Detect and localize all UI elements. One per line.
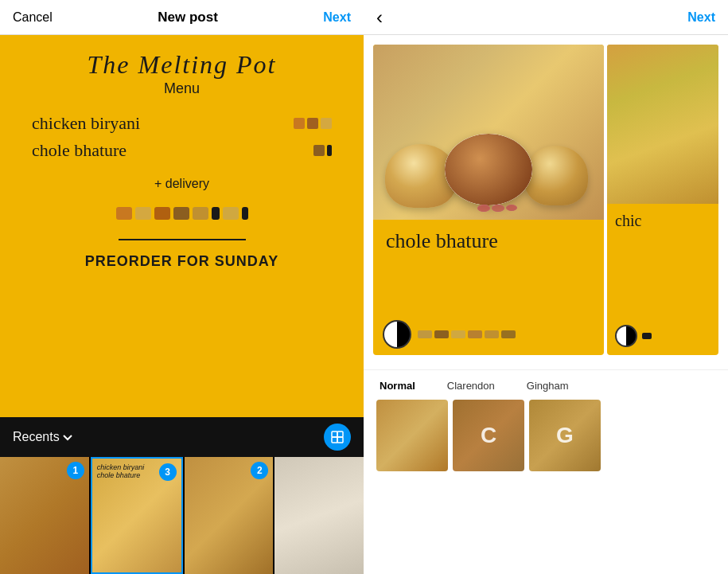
left-panel: Cancel New post Next The Melting Pot Men… (0, 0, 364, 574)
side-color-dot (642, 333, 652, 339)
right-header: ‹ Next (364, 0, 728, 35)
color-swatch (212, 207, 220, 220)
thumb-badge-2: 3 (159, 463, 177, 481)
left-bottom-bar: Recents (0, 417, 364, 457)
side-card-text: chic (607, 204, 718, 238)
thumbnail-strip: 1 chicken biryani chole bhature 3 2 (0, 457, 364, 574)
color-swatch (135, 207, 151, 220)
side-food-photo (607, 45, 718, 204)
color-swatch (154, 207, 170, 220)
filter-normal[interactable]: Normal (380, 380, 415, 392)
right-image-area: chole bhature chic (364, 35, 728, 369)
card-text-area: chole bhature (373, 220, 604, 314)
card-bottom (373, 314, 604, 355)
left-image-area: The Melting Pot Menu chicken biryani cho… (0, 35, 364, 417)
svg-rect-0 (332, 431, 337, 437)
food-bowl (445, 134, 532, 205)
filter-thumb-g-label: G (556, 423, 574, 448)
cancel-button[interactable]: Cancel (13, 10, 53, 25)
svg-rect-2 (332, 437, 337, 443)
chevron-down-icon (63, 430, 72, 444)
item1-price (294, 118, 332, 129)
menu-item-chole: chole bhature (32, 140, 332, 161)
filter-thumb-c-label: C (481, 423, 496, 448)
filter-thumb-normal[interactable] (376, 400, 448, 471)
delivery-text: + delivery (154, 177, 209, 191)
filter-labels: Normal Clarendon Gingham (376, 380, 715, 392)
thumbnail-1[interactable]: 1 (0, 457, 89, 574)
color-dot (451, 330, 465, 338)
menu-item-biryani: chicken biryani (32, 113, 332, 134)
photo-toggle[interactable] (383, 320, 411, 349)
filter-gingham[interactable]: Gingham (527, 380, 569, 392)
right-panel: ‹ Next chole bhat (364, 0, 728, 574)
multi-select-button[interactable] (324, 424, 351, 451)
svg-rect-3 (337, 437, 343, 443)
main-card: chole bhature (373, 45, 604, 355)
color-dot (468, 330, 482, 338)
thumbnail-3[interactable]: 2 (185, 457, 274, 574)
color-swatches (116, 207, 248, 220)
left-title: New post (158, 10, 218, 25)
color-swatch (242, 207, 248, 220)
card-color-dots (418, 330, 516, 338)
side-card: chic (607, 45, 718, 355)
color-swatch (116, 207, 132, 220)
price-swatch (321, 118, 332, 129)
filter-section: Normal Clarendon Gingham C G (364, 369, 728, 478)
thumbnail-4[interactable] (274, 457, 364, 574)
recents-label: Recents (13, 430, 60, 444)
color-swatch (223, 207, 239, 220)
filter-thumb-gingham[interactable]: G (529, 400, 601, 471)
color-dot (434, 330, 449, 338)
main-card-dish-name: chole bhature (386, 229, 591, 253)
item2-name: chole bhature (32, 140, 127, 161)
color-dot (418, 330, 432, 338)
item1-name: chicken biryani (32, 113, 140, 134)
menu-subtitle: Menu (164, 80, 200, 97)
color-dot (485, 330, 499, 338)
thumb-badge-1: 1 (67, 462, 84, 479)
price-swatch (294, 118, 305, 129)
price-swatch (327, 145, 332, 156)
thumbnail-2[interactable]: chicken biryani chole bhature 3 (91, 457, 183, 574)
recents-button[interactable]: Recents (13, 430, 72, 444)
price-swatch (307, 118, 318, 129)
left-header: Cancel New post Next (0, 0, 364, 35)
side-card-toggle[interactable] (615, 325, 637, 347)
menu-title: The Melting Pot (88, 51, 277, 79)
left-next-button[interactable]: Next (323, 10, 351, 25)
bread-right (524, 146, 588, 205)
color-swatch (173, 207, 189, 220)
filter-thumbnails: C G (376, 400, 715, 471)
onion-rings (477, 205, 517, 212)
color-dot (501, 330, 516, 338)
color-swatch (193, 207, 208, 220)
back-button[interactable]: ‹ (376, 8, 383, 27)
price-swatch (313, 145, 325, 156)
side-card-dish-name: chic (615, 212, 710, 230)
item2-price (313, 145, 332, 156)
filter-thumb-clarendon[interactable]: C (453, 400, 524, 471)
food-photo (373, 45, 604, 220)
preorder-text: PREORDER FOR SUNDAY (85, 253, 278, 270)
right-next-button[interactable]: Next (687, 10, 715, 25)
filter-clarendon[interactable]: Clarendon (447, 380, 495, 392)
svg-rect-1 (337, 431, 343, 437)
side-card-bottom (615, 325, 652, 347)
divider (119, 239, 246, 240)
